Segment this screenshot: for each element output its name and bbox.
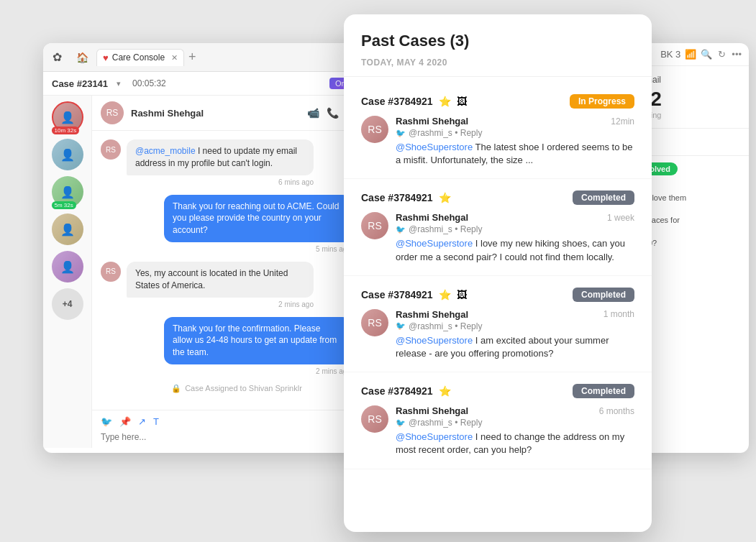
chat-footer: 🐦 📌 ↗ T ⊞ ⊡ 📎 ⊞ — [92, 410, 381, 448]
case-2-status-badge: Completed — [573, 190, 634, 205]
msg-mention-1: @acme_mobile — [135, 146, 196, 156]
msg-avatar-1: RS — [101, 139, 121, 160]
timer-badge-3: 5m 32s — [52, 201, 76, 209]
heart-icon: ♥ — [103, 52, 109, 63]
case-item-3[interactable]: Case #3784921 ⭐ 🖼 Completed RS Rashmi Sh… — [344, 276, 652, 372]
case-2-time: 1 week — [607, 213, 634, 223]
chat-user-header: RS Rashmi Shehgal 📹 📞 ↻ ••• — [92, 96, 381, 131]
case-item-1[interactable]: Case #3784921 ⭐ 🖼 In Progress RS Rashmi … — [344, 83, 652, 179]
case-id: Case #23141 — [52, 78, 108, 89]
msg-content-3: Yes, my account is located in the United… — [127, 262, 314, 308]
close-tab-icon[interactable]: ✕ — [171, 53, 178, 63]
avatar-5: 👤 — [52, 251, 83, 283]
case-2-top: Rashmi Shehgal 1 week — [396, 212, 634, 223]
system-message: 🔒 Case Assigned to Shivan Sprinklr — [101, 384, 373, 393]
avatar-sidebar: 👤 10m 32s 👤 👤 5m 32s 👤 👤 +4 — [43, 96, 92, 448]
case-2-body: Rashmi Shehgal 1 week 🐦 @rashmi_s • Repl… — [396, 212, 634, 263]
msg-text-2: Thank you for reaching out to ACME. Coul… — [164, 195, 351, 242]
case-item-2[interactable]: Case #3784921 ⭐ Completed RS Rashmi Sheh… — [344, 179, 652, 275]
case-4-username: Rashmi Shehgal — [396, 405, 468, 416]
msg-text-4: Thank you for the confirmation. Please a… — [164, 317, 351, 364]
case-1-mention: @ShoeSuperstore — [396, 142, 473, 152]
msg-content-1: @acme_mobile I need to update my email a… — [127, 139, 314, 186]
case-2-star-icon: ⭐ — [439, 192, 451, 203]
system-msg-icon: 🔒 — [171, 384, 181, 393]
past-cases-title: Past Cases (3) — [361, 32, 634, 50]
case-3-username: Rashmi Shehgal — [396, 309, 468, 320]
case-1-body: Rashmi Shehgal 12min 🐦 @rashmi_s • Reply… — [396, 116, 634, 167]
case-3-avatar: RS — [361, 309, 388, 336]
case-dropdown-icon[interactable]: ▾ — [117, 79, 121, 88]
case-1-time: 12min — [611, 116, 634, 127]
twitter-icon-3: 🐦 — [396, 321, 406, 331]
case-2-handle-text: @rashmi_s • Reply — [409, 224, 482, 234]
case-1-handle: 🐦 @rashmi_s • Reply — [396, 128, 634, 138]
refresh-right-icon[interactable]: ↻ — [718, 49, 726, 60]
video-icon[interactable]: 📹 — [307, 107, 319, 119]
case-4-avatar: RS — [361, 405, 388, 433]
footer-twitter-icon[interactable]: 🐦 — [101, 416, 112, 427]
msg-avatar-3: RS — [101, 262, 121, 282]
past-cases-panel: Past Cases (3) TODAY, MAY 4 2020 Case #3… — [344, 14, 652, 532]
case-header: Case #23141 ▾ 00:05:32 Omni-Ch — [43, 72, 381, 96]
case-2-username: Rashmi Shehgal — [396, 212, 468, 223]
case-3-time: 1 month — [604, 309, 634, 319]
avatar-item-1[interactable]: 👤 10m 32s — [52, 101, 83, 133]
msg-time-4: 2 mins ago — [164, 367, 351, 375]
input-area: 📎 ⊞ — [101, 431, 373, 442]
home-icon[interactable]: 🏠 — [72, 47, 92, 68]
case-3-star-icon: ⭐ — [439, 289, 451, 300]
add-tab-button[interactable]: + — [188, 50, 196, 65]
avatar-item-5[interactable]: 👤 — [52, 251, 83, 283]
case-item-4[interactable]: Case #3784921 ⭐ Completed RS Rashmi Sheh… — [344, 372, 652, 469]
avatar-item-3[interactable]: 👤 5m 32s — [52, 176, 83, 208]
chat-user-name: Rashmi Shehgal — [131, 108, 204, 119]
care-console-panel: ✿ 🏠 ♥ Care Console ✕ + Case #23141 ▾ 00:… — [43, 43, 381, 453]
twitter-icon-1: 🐦 — [396, 129, 406, 138]
bk-label: BK 3 — [660, 49, 680, 60]
case-1-img-icon: 🖼 — [457, 96, 467, 107]
case-3-top: Rashmi Shehgal 1 month — [396, 309, 634, 320]
case-1-header: Case #3784921 ⭐ 🖼 In Progress — [361, 94, 634, 109]
chat-input[interactable] — [101, 432, 342, 442]
cases-list: Case #3784921 ⭐ 🖼 In Progress RS Rashmi … — [344, 77, 652, 530]
msg-text-3: Yes, my account is located in the United… — [127, 262, 314, 298]
case-2-handle: 🐦 @rashmi_s • Reply — [396, 224, 634, 234]
case-4-time: 6 months — [599, 406, 634, 416]
msg-text-1: @acme_mobile I need to update my email a… — [127, 139, 314, 175]
tab-bar: ✿ 🏠 ♥ Care Console ✕ + — [43, 43, 381, 72]
msg-time-2: 5 mins ago — [164, 245, 351, 253]
case-4-number: Case #3784921 — [361, 385, 433, 397]
case-4-handle-text: @rashmi_s • Reply — [409, 418, 482, 428]
case-2-message: RS Rashmi Shehgal 1 week 🐦 @rashmi_s • R… — [361, 212, 634, 263]
case-2-number: Case #3784921 — [361, 192, 433, 203]
case-1-top: Rashmi Shehgal 12min — [396, 116, 634, 127]
footer-pin-icon[interactable]: 📌 — [119, 416, 131, 427]
case-timer: 00:05:32 — [132, 78, 166, 88]
phone-icon[interactable]: 📞 — [327, 107, 339, 119]
case-4-mention: @ShoeSuperstore — [396, 431, 473, 442]
case-1-handle-text: @rashmi_s • Reply — [409, 128, 482, 138]
tab-label: Care Console — [112, 52, 165, 63]
app-logo-icon: ✿ — [49, 50, 65, 65]
case-4-msg-text: @ShoeSuperstore I need to change the add… — [396, 431, 634, 456]
case-4-handle: 🐦 @rashmi_s • Reply — [396, 418, 634, 428]
avatar-item-2[interactable]: 👤 — [52, 139, 83, 170]
case-3-msg-text: @ShoeSuperstore I am excited about your … — [396, 334, 634, 360]
case-3-header: Case #3784921 ⭐ 🖼 Completed — [361, 288, 634, 302]
case-2-header: Case #3784921 ⭐ Completed — [361, 190, 634, 205]
case-4-star-icon: ⭐ — [439, 385, 451, 397]
case-1-message: RS Rashmi Shehgal 12min 🐦 @rashmi_s • Re… — [361, 116, 634, 167]
case-3-message: RS Rashmi Shehgal 1 month 🐦 @rashmi_s • … — [361, 309, 634, 360]
tab-care-console[interactable]: ♥ Care Console ✕ — [96, 49, 184, 66]
msg-content-2: Thank you for reaching out to ACME. Coul… — [164, 195, 351, 253]
case-2-mention: @ShoeSuperstore — [396, 238, 473, 249]
more-avatars-badge[interactable]: +4 — [52, 288, 83, 320]
case-2-msg-text: @ShoeSuperstore I love my new hiking sho… — [396, 237, 634, 263]
avatar-item-4[interactable]: 👤 — [52, 213, 83, 245]
more-right-icon[interactable]: ••• — [732, 49, 742, 60]
search-right-icon[interactable]: 🔍 — [701, 49, 712, 60]
footer-forward-icon[interactable]: ↗ — [138, 416, 146, 427]
footer-text-icon[interactable]: T — [153, 416, 159, 427]
case-3-handle: 🐦 @rashmi_s • Reply — [396, 321, 634, 331]
